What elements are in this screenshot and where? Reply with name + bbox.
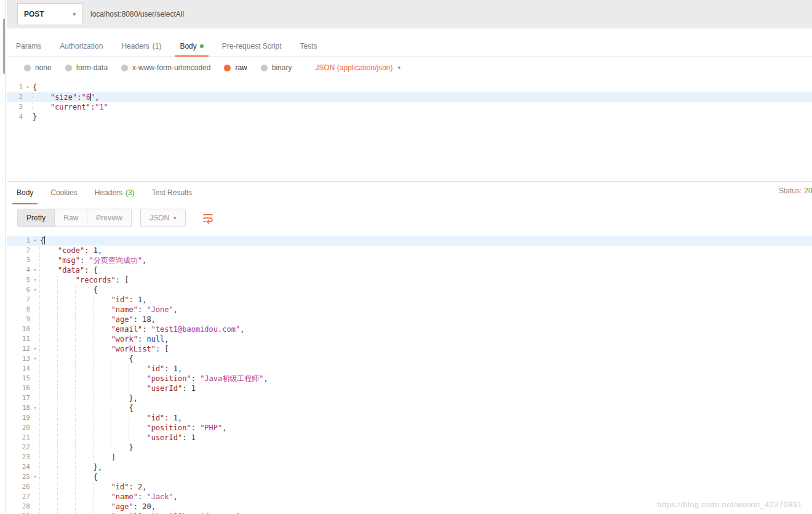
wrap-text-icon[interactable] — [202, 212, 214, 224]
fold-collapse-icon[interactable]: ▾ — [30, 236, 40, 246]
response-editor-line[interactable]: 4▾ "data": { — [7, 265, 812, 275]
response-editor-line[interactable]: 26 "id": 2, — [7, 482, 812, 492]
request-editor-line[interactable]: 2 "size":"6", — [7, 92, 812, 102]
code-text[interactable]: { — [33, 82, 812, 92]
response-editor-line[interactable]: 19 "id": 1, — [7, 413, 812, 423]
left-sidebar-rail[interactable] — [0, 0, 6, 514]
code-text[interactable]: "msg": "分页查询成功", — [40, 255, 812, 265]
response-editor-line[interactable]: 13▾ { — [7, 354, 812, 364]
response-editor-line[interactable]: 12▾ "workList": [ — [7, 344, 812, 354]
code-text[interactable]: "userId": 1 — [40, 383, 812, 393]
response-editor-line[interactable]: 21 "userId": 1 — [7, 433, 812, 443]
code-text[interactable]: "email": "test1@baomidou.com", — [40, 324, 812, 334]
response-tab-body[interactable]: Body — [8, 182, 42, 204]
fold-collapse-icon[interactable]: ▾ — [30, 344, 40, 354]
response-editor-line[interactable]: 6▾ { — [7, 285, 812, 295]
view-raw[interactable]: Raw — [55, 209, 87, 227]
format-button[interactable]: JSON ▾ — [141, 209, 185, 227]
code-text[interactable]: }, — [40, 462, 812, 472]
view-preview[interactable]: Preview — [87, 209, 131, 227]
code-text[interactable]: "data": { — [40, 265, 812, 275]
code-text[interactable]: "size":"6", — [33, 92, 812, 102]
code-text[interactable]: "id": 2, — [40, 482, 812, 492]
code-text[interactable]: } — [33, 112, 812, 122]
fold-collapse-icon[interactable]: ▾ — [30, 285, 40, 295]
request-tab-params[interactable]: Params — [7, 36, 50, 56]
request-body-editor[interactable]: 1▾{2 "size":"6",3 "current":"1"4} — [7, 79, 812, 181]
response-editor-line[interactable]: 18▾ { — [7, 403, 812, 413]
body-mode-none[interactable]: none — [24, 63, 52, 72]
response-editor-line[interactable]: 14 "id": 1, — [7, 364, 812, 374]
code-text[interactable]: "position": "PHP", — [40, 423, 812, 433]
request-tab-body[interactable]: Body — [170, 36, 212, 56]
code-text[interactable]: "code": 1, — [40, 246, 812, 255]
body-mode-x-www-form-urlencoded[interactable]: x-www-form-urlencoded — [121, 63, 210, 72]
response-tab-headers[interactable]: Headers(3) — [86, 182, 143, 204]
code-text[interactable]: "userId": 1 — [40, 433, 812, 443]
response-editor-line[interactable]: 16 "userId": 1 — [7, 383, 812, 393]
code-text[interactable]: "current":"1" — [33, 102, 812, 112]
response-editor-line[interactable]: 1▾{ — [7, 236, 812, 246]
fold-collapse-icon[interactable]: ▾ — [30, 354, 40, 364]
response-editor-line[interactable]: 5▾ "records": [ — [7, 275, 812, 285]
body-mode-binary[interactable]: binary — [261, 63, 292, 72]
scrollbar-thumb[interactable] — [3, 18, 5, 74]
code-text[interactable]: "workList": [ — [40, 344, 812, 354]
response-editor-line[interactable]: 17 }, — [7, 393, 812, 403]
response-editor-line[interactable]: 20 "position": "PHP", — [7, 423, 812, 433]
code-text[interactable]: }, — [40, 393, 812, 403]
response-editor-line[interactable]: 9 "age": 18, — [7, 315, 812, 324]
code-text[interactable]: } — [40, 443, 812, 452]
format-select[interactable]: JSON ▾ — [140, 209, 186, 227]
code-text[interactable]: "age": 18, — [40, 315, 812, 324]
response-editor-line[interactable]: 3 "msg": "分页查询成功", — [7, 255, 812, 265]
request-tab-pre-request-script[interactable]: Pre-request Script — [213, 36, 291, 56]
request-tab-authorization[interactable]: Authorization — [50, 36, 112, 56]
code-text[interactable]: ] — [40, 452, 812, 462]
response-editor-line[interactable]: 11 "work": null, — [7, 334, 812, 344]
code-text[interactable]: { — [40, 285, 812, 295]
request-editor-line[interactable]: 3 "current":"1" — [7, 102, 812, 112]
fold-collapse-icon[interactable]: ▾ — [30, 265, 40, 275]
response-editor-line[interactable]: 2 "code": 1, — [7, 246, 812, 255]
request-tab-tests[interactable]: Tests — [290, 36, 326, 56]
body-mode-form-data[interactable]: form-data — [65, 63, 108, 72]
request-editor-line[interactable]: 1▾{ — [7, 82, 812, 92]
url-input[interactable]: localhost:8080/user/selectAll — [82, 10, 812, 18]
fold-collapse-icon[interactable]: ▾ — [30, 403, 40, 413]
body-mode-raw[interactable]: raw — [224, 63, 247, 72]
fold-collapse-icon[interactable]: ▾ — [23, 82, 33, 92]
code-text[interactable]: "email": "test2@baomidou.com", — [40, 512, 812, 514]
code-text[interactable]: "id": 1, — [40, 413, 812, 423]
response-editor-line[interactable]: 24 }, — [7, 462, 812, 472]
response-tab-test-results[interactable]: Test Results — [143, 182, 201, 204]
response-editor-line[interactable]: 7 "id": 1, — [7, 295, 812, 305]
code-text[interactable]: "id": 1, — [40, 295, 812, 305]
code-text[interactable]: "records": [ — [40, 275, 812, 285]
response-editor-line[interactable]: 23 ] — [7, 452, 812, 462]
fold-collapse-icon[interactable]: ▾ — [30, 275, 40, 285]
code-text[interactable]: "id": 1, — [40, 364, 812, 374]
code-text[interactable]: "position": "Java初级工程师", — [40, 374, 812, 383]
response-editor-line[interactable]: 15 "position": "Java初级工程师", — [7, 374, 812, 383]
response-tab-cookies[interactable]: Cookies — [42, 182, 86, 204]
response-editor-line[interactable]: 22 } — [7, 443, 812, 452]
code-text[interactable]: { — [40, 403, 812, 413]
code-text[interactable]: { — [40, 236, 812, 246]
method-select[interactable]: POST ▾ — [17, 3, 82, 25]
request-editor-line[interactable]: 4} — [7, 112, 812, 122]
tab-count: (3) — [125, 188, 135, 197]
code-text[interactable]: "work": null, — [40, 334, 812, 344]
response-editor-line[interactable]: 25▾ { — [7, 472, 812, 482]
code-text[interactable]: { — [40, 472, 812, 482]
response-editor-line[interactable]: 10 "email": "test1@baomidou.com", — [7, 324, 812, 334]
fold-collapse-icon[interactable]: ▾ — [30, 472, 40, 482]
response-editor-line[interactable]: 8 "name": "Jone", — [7, 305, 812, 315]
code-text[interactable]: { — [40, 354, 812, 364]
content-type-select[interactable]: JSON (application/json)▾ — [315, 63, 400, 72]
code-text[interactable]: "name": "Jone", — [40, 305, 812, 315]
response-editor-line[interactable]: 29 "email": "test2@baomidou.com", — [7, 512, 812, 514]
response-body-editor[interactable]: 1▾{2 "code": 1,3 "msg": "分页查询成功",4▾ "dat… — [7, 232, 812, 514]
view-pretty[interactable]: Pretty — [18, 209, 55, 227]
request-tab-headers[interactable]: Headers(1) — [112, 36, 170, 56]
